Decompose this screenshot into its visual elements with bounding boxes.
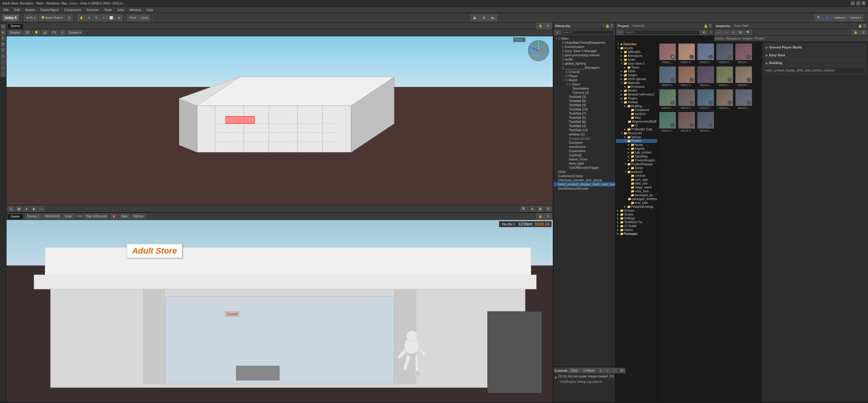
file-item-17[interactable]: 00018-3...: [678, 111, 695, 133]
tree-spawners[interactable]: 📁 SpawnersAndStuff: [616, 120, 657, 123]
scene-gizmos[interactable]: Gizmos ▾: [67, 30, 83, 35]
hierarchy-item-customer[interactable]: Customer(Clone): [553, 174, 615, 178]
inspector-menu[interactable]: ☰: [863, 24, 866, 28]
scene-fx[interactable]: FX: [50, 30, 58, 35]
tree-furniture[interactable]: 📁 furniture: [616, 112, 657, 116]
menu-tools[interactable]: Tools: [102, 7, 115, 12]
file-item-11[interactable]: 00013-1...: [659, 89, 677, 110]
hierarchy-item-glus[interactable]: GlUs: [553, 170, 615, 174]
tree-fully-clothed[interactable]: ▶ 📁 fully_clothed: [616, 151, 657, 154]
tree-ui[interactable]: 📁 UI: [616, 123, 657, 127]
inspector-search[interactable]: 🔍: [744, 30, 752, 35]
inspector-toolbar-lock[interactable]: 🔒: [851, 30, 859, 35]
left-tool-4[interactable]: R: [1, 42, 6, 47]
tree-productdisplays[interactable]: ▼ 📁 ProductDisplays: [616, 162, 657, 166]
tree-misc[interactable]: 📁 Misc: [616, 116, 657, 120]
file-item-6[interactable]: 00009-3...: [659, 66, 677, 87]
file-item-15[interactable]: 00018-2...: [735, 89, 753, 110]
inspector-toolbar-menu[interactable]: ☰: [860, 30, 867, 35]
hierarchy-item-testwall4[interactable]: TestWall (4): [553, 124, 615, 128]
tree-types[interactable]: ▶ 📁 Types: [616, 65, 657, 69]
scene-audio[interactable]: 🔊: [41, 30, 49, 35]
hierarchy-item-expansions[interactable]: Expansions: [553, 149, 615, 153]
hierarchy-item-testwall3[interactable]: TestWall (3): [553, 95, 615, 99]
game-resolution[interactable]: 3440x1440: [42, 214, 62, 219]
scene-viewport[interactable]: X Y Z Persp Pollut...: [6, 36, 553, 205]
hierarchy-item-eventsystem[interactable]: ⬡ EventSystem: [553, 45, 615, 49]
tree-uitoolkit[interactable]: ▶ 📁 UI Toolkit: [616, 224, 657, 228]
tree-packaged-limitless[interactable]: 📁 packaged_limitless: [616, 197, 657, 201]
scene-zoom[interactable]: 🔍: [520, 206, 528, 212]
game-viewport[interactable]: Adult Store Closed: [6, 220, 553, 402]
tree-modulefirstperson[interactable]: ▶ 📁 ModuleFirstPersonC: [616, 92, 657, 96]
file-item-2[interactable]: 00007-3...: [678, 43, 695, 65]
scene-view[interactable]: ▦: [16, 206, 22, 212]
easy-save-header[interactable]: ▶ Easy Save: [766, 53, 864, 57]
tree-editor[interactable]: ▶ 📁 Editor: [616, 69, 657, 73]
tree-models[interactable]: ▶ 📁 Models: [616, 89, 657, 92]
tree-plugins[interactable]: ▶ 📁 Plugins: [616, 96, 657, 100]
hierarchy-item-testwall7[interactable]: TestWall (7): [553, 111, 615, 115]
building-header[interactable]: ▶ Building: [766, 61, 864, 65]
game-tab[interactable]: Game: [8, 214, 23, 219]
menu-services[interactable]: Services: [84, 7, 101, 12]
scene-grid[interactable]: #: [59, 30, 65, 35]
project-filter[interactable]: ▼: [700, 30, 707, 35]
file-item-16[interactable]: 00018-2...: [659, 111, 677, 133]
hierarchy-item-arealight[interactable]: Area Light: [553, 161, 615, 166]
tree-easysave3[interactable]: ▼ 📁 Easy Save 3: [616, 62, 657, 65]
hierarchy-item-postprocessing[interactable]: ⬡ post-processing-volume: [553, 53, 615, 57]
file-item-4[interactable]: 00008-3...: [716, 43, 734, 65]
hierarchy-item-lighting[interactable]: ⬡ global_lighting: [553, 61, 615, 65]
project-lock[interactable]: 🔒: [704, 24, 708, 28]
file-item-18[interactable]: 00018-3...: [697, 111, 715, 133]
inspector-lock[interactable]: 🔒: [858, 24, 862, 28]
file-item-3[interactable]: 00018-2...: [697, 43, 715, 65]
tree-dildo-box[interactable]: 📁 dildo_box: [616, 181, 657, 185]
tree-zones[interactable]: ▶ 📁 Zones: [616, 166, 657, 170]
scene-extra2[interactable]: ▦: [537, 206, 544, 212]
tree-featuredlistings[interactable]: ▶ 📁 FeaturedListings: [616, 205, 657, 209]
pivot-button[interactable]: Pivot: [127, 15, 138, 21]
scene-snap[interactable]: ⊡: [8, 206, 14, 212]
tree-scenes[interactable]: ▶ 📁 Scenes: [616, 209, 657, 212]
play-button[interactable]: ▶: [471, 15, 479, 21]
hierarchy-item-testwall10[interactable]: TestWall (10): [553, 107, 615, 111]
scene-overlay2[interactable]: ○: [39, 206, 44, 212]
tree-scripts[interactable]: ▶ 📁 Scripts: [616, 212, 657, 217]
project-inspector-tab[interactable]: Inspector: [631, 24, 645, 27]
scene-shaded[interactable]: Shaded: [8, 30, 22, 35]
project-search[interactable]: [624, 30, 700, 35]
console-info-filter[interactable]: ℹ: [598, 368, 603, 373]
hierarchy-item-testwall14[interactable]: TestWall (14): [553, 128, 615, 132]
tree-videos[interactable]: ▶ 📁 videos: [616, 228, 657, 232]
game-lock[interactable]: 🔒: [536, 213, 544, 220]
tree-packages[interactable]: ▶ 📁 Packages: [616, 232, 657, 236]
tree-building[interactable]: ▶ 📁 Building: [616, 104, 657, 108]
tree-favorites[interactable]: ▼ ★ Favorites: [616, 42, 657, 46]
game-menu[interactable]: ☰: [545, 213, 552, 220]
tree-animations[interactable]: ▶ 📁 Animations: [616, 54, 657, 58]
tree-posters[interactable]: ▼ 📁 Posters: [616, 139, 657, 143]
hierarchy-item-camera3[interactable]: Camera (3): [553, 90, 615, 95]
file-item-8[interactable]: 00014-3...: [697, 66, 715, 87]
tree-condom[interactable]: 📁 condom: [616, 174, 657, 178]
scene-menu[interactable]: ☰: [545, 23, 552, 29]
hierarchy-item-testwall8[interactable]: TestWall (8): [553, 99, 615, 103]
tree-magic-wand[interactable]: 📁 magic_wand: [616, 185, 657, 189]
tree-prefabs[interactable]: ▼ 📁 Prefabs: [616, 100, 657, 104]
tree-squatting[interactable]: ▶ 📁 Squatting: [616, 154, 657, 159]
file-item-12[interactable]: 00015-1...: [678, 89, 695, 110]
menu-assets[interactable]: Assets: [23, 7, 37, 12]
console-clear[interactable]: Clear: [568, 368, 580, 373]
hierarchy-item-reverbzone[interactable]: reverbZone: [553, 145, 615, 149]
tree-productimages[interactable]: ▶ 📁 ProductImages: [616, 159, 657, 162]
hierarchy-item-dumpster[interactable]: Dumpster: [553, 141, 615, 145]
hierarchy-item-castings[interactable]: Castings: [553, 153, 615, 157]
scene-lock[interactable]: 🔒: [536, 23, 544, 29]
left-tool-9[interactable]: ○: [1, 71, 6, 77]
minimize-button[interactable]: —: [851, 1, 855, 5]
search-button[interactable]: 🔍: [815, 15, 823, 21]
inspector-list[interactable]: ≡: [731, 30, 737, 35]
tree-materials[interactable]: ▼ 📁 Materials: [616, 81, 657, 85]
